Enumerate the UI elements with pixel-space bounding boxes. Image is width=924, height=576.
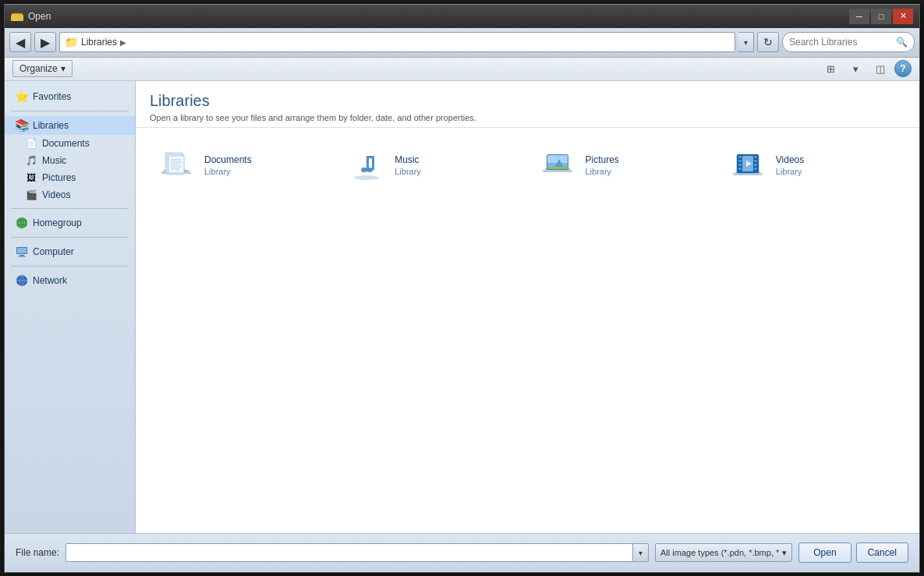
open-button[interactable]: Open — [798, 542, 851, 563]
videos-sub-icon: 🎬 — [25, 189, 37, 201]
documents-library-icon — [159, 148, 193, 182]
back-button[interactable]: ◀ — [9, 32, 31, 52]
sidebar-item-homegroup[interactable]: Homegroup — [5, 214, 135, 232]
action-buttons: Open Cancel — [798, 542, 908, 563]
filename-label: File name: — [16, 547, 59, 558]
file-area-title: Libraries — [150, 92, 905, 110]
svg-point-36 — [362, 167, 364, 168]
svg-point-30 — [354, 175, 379, 180]
sidebar-divider-1 — [11, 111, 129, 111]
sidebar-network-label: Network — [33, 275, 67, 286]
sidebar-music-label: Music — [42, 155, 66, 166]
svg-rect-2 — [11, 15, 23, 21]
view-options-button[interactable]: ⊞ — [820, 60, 841, 77]
sidebar-item-libraries[interactable]: 📚 Libraries — [5, 116, 135, 135]
videos-type: Library — [776, 167, 804, 176]
view-dropdown-button[interactable]: ▾ — [844, 60, 866, 77]
svg-rect-50 — [738, 156, 742, 158]
refresh-button[interactable]: ↻ — [757, 32, 779, 52]
address-bar[interactable]: 📁 Libraries ▶ — [59, 32, 735, 52]
file-area-header: Libraries Open a library to see your fil… — [136, 81, 919, 128]
main-content: ⭐ Favorites 📚 Libraries 📄 Documents 🎵 Mu… — [5, 81, 919, 533]
bottom-bar: File name: ▾ All image types (*.pdn, *.b… — [5, 533, 919, 572]
svg-rect-45 — [547, 167, 568, 169]
documents-sub-icon: 📄 — [25, 137, 37, 150]
window-icon — [11, 10, 23, 23]
library-item-pictures-content: Pictures Library — [539, 147, 619, 184]
library-item-music-content: Music Library — [348, 147, 421, 184]
svg-rect-51 — [738, 160, 742, 162]
search-input[interactable] — [789, 37, 893, 48]
file-grid: Documents Library — [136, 128, 919, 533]
pictures-icon-wrapper — [539, 147, 576, 184]
videos-info: Videos Library — [776, 154, 804, 176]
maximize-button[interactable]: □ — [871, 9, 891, 24]
filename-dropdown-button[interactable]: ▾ — [633, 543, 649, 562]
pictures-library-icon — [540, 148, 575, 182]
computer-icon — [16, 246, 28, 258]
favorites-icon: ⭐ — [16, 90, 28, 103]
forward-button[interactable]: ▶ — [34, 32, 56, 52]
search-icon[interactable]: 🔍 — [896, 37, 908, 48]
library-item-videos[interactable]: Videos Library — [718, 139, 859, 192]
organize-label: Organize — [19, 63, 58, 74]
sidebar-computer-label: Computer — [33, 246, 74, 257]
videos-library-icon — [731, 148, 765, 182]
documents-icon-wrapper — [158, 147, 195, 184]
toolbar-right: ⊞ ▾ ◫ ? — [820, 60, 912, 77]
preview-pane-button[interactable]: ◫ — [869, 60, 891, 77]
library-item-pictures[interactable]: Pictures Library — [528, 139, 668, 192]
address-segment[interactable]: Libraries — [81, 37, 117, 48]
svg-rect-10 — [18, 256, 26, 256]
svg-rect-54 — [754, 156, 757, 158]
sidebar-sub-music[interactable]: 🎵 Music — [5, 152, 135, 169]
svg-rect-57 — [754, 168, 757, 170]
sidebar-sub-documents[interactable]: 📄 Documents — [5, 135, 135, 152]
sidebar-homegroup-label: Homegroup — [33, 217, 82, 228]
window-title: Open — [28, 11, 51, 22]
sidebar-item-network[interactable]: Network — [5, 271, 135, 290]
organize-dropdown-icon: ▾ — [61, 63, 65, 74]
library-item-documents-content: Documents Library — [158, 147, 252, 184]
address-arrow: ▶ — [120, 38, 126, 47]
minimize-button[interactable]: ─ — [849, 9, 869, 24]
sidebar: ⭐ Favorites 📚 Libraries 📄 Documents 🎵 Mu… — [5, 81, 136, 533]
organize-button[interactable]: Organize ▾ — [12, 60, 73, 77]
filetype-dropdown[interactable]: All image types (*.pdn, *.bmp, * ▾ — [655, 543, 792, 562]
music-info: Music Library — [395, 154, 421, 176]
sidebar-libraries-label: Libraries — [33, 120, 69, 131]
music-icon-wrapper — [348, 147, 385, 184]
documents-type: Library — [204, 167, 252, 176]
svg-rect-42 — [547, 155, 568, 163]
sidebar-item-computer[interactable]: Computer — [5, 242, 135, 261]
svg-rect-52 — [738, 164, 742, 166]
sidebar-documents-label: Documents — [42, 138, 90, 149]
title-bar-left: Open — [11, 10, 51, 23]
documents-info: Documents Library — [204, 154, 252, 176]
sidebar-sub-videos[interactable]: 🎬 Videos — [5, 186, 135, 203]
help-button[interactable]: ? — [894, 60, 912, 77]
secondary-toolbar: Organize ▾ ⊞ ▾ ◫ ? — [5, 58, 919, 81]
search-box[interactable]: 🔍 — [782, 32, 915, 52]
file-area: Libraries Open a library to see your fil… — [136, 81, 919, 533]
filetype-dropdown-icon: ▾ — [782, 548, 787, 558]
library-item-documents[interactable]: Documents Library — [147, 139, 287, 192]
filename-input[interactable] — [65, 543, 633, 562]
svg-rect-56 — [754, 164, 757, 166]
videos-name: Videos — [776, 154, 804, 165]
address-toolbar: ◀ ▶ 📁 Libraries ▶ ▾ ↻ 🔍 — [5, 28, 919, 58]
svg-rect-47 — [733, 173, 763, 175]
sidebar-item-favorites[interactable]: ⭐ Favorites — [5, 87, 135, 106]
svg-rect-55 — [754, 160, 757, 162]
sidebar-sub-pictures[interactable]: 🖼 Pictures — [5, 169, 135, 186]
svg-point-35 — [366, 168, 373, 172]
address-dropdown-button[interactable]: ▾ — [738, 32, 754, 52]
homegroup-icon — [16, 217, 28, 229]
dialog-window: Open ─ □ ✕ ◀ ▶ 📁 Libraries ▶ ▾ ↻ 🔍 Organ… — [4, 4, 920, 573]
library-item-videos-content: Videos Library — [729, 147, 804, 184]
sidebar-favorites-label: Favorites — [33, 91, 71, 102]
library-item-music[interactable]: Music Library — [337, 139, 477, 192]
cancel-button[interactable]: Cancel — [856, 542, 908, 563]
close-button[interactable]: ✕ — [893, 9, 913, 24]
svg-rect-38 — [543, 170, 572, 172]
